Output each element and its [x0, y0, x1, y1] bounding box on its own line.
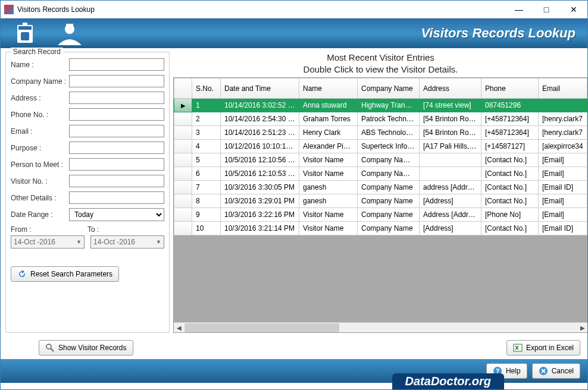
table-cell[interactable]: 10/14/2016 2:51:23 PM [221, 126, 299, 140]
table-cell[interactable]: ganesh [299, 194, 358, 208]
table-cell[interactable]: Highway Transp.... [358, 99, 420, 112]
table-cell[interactable]: [henry.clark7 [539, 112, 587, 126]
table-cell[interactable]: 10/12/2016 10:10:15 AM [221, 140, 299, 153]
scroll-thumb[interactable] [184, 323, 339, 332]
row-header[interactable] [174, 167, 192, 181]
table-cell[interactable]: Visitor Name [299, 153, 358, 167]
table-cell[interactable]: [+458712364] [481, 126, 539, 140]
table-cell[interactable]: 6 [192, 167, 221, 181]
table-cell[interactable]: 1 [192, 99, 221, 112]
minimize-button[interactable]: — [505, 1, 533, 18]
table-cell[interactable]: Company Name [358, 222, 420, 235]
table-cell[interactable]: ABS Technologie... [358, 126, 420, 140]
table-cell[interactable]: [74 street view] [420, 99, 481, 112]
row-header[interactable] [174, 112, 192, 126]
table-cell[interactable]: [Email] [539, 153, 587, 167]
table-row[interactable]: 1010/3/2016 3:21:14 PMVisitor NameCompan… [174, 222, 587, 235]
from-date-picker[interactable]: 14-Oct -2016▼ [11, 235, 85, 249]
table-row[interactable]: ▶110/14/2016 3:02:52 PMAnna stuwardHighw… [174, 99, 587, 112]
table-cell[interactable]: Address [Address] [420, 208, 481, 222]
table-cell[interactable]: Alexander Pierce [299, 140, 358, 153]
table-cell[interactable]: [Address] [420, 222, 481, 235]
table-cell[interactable]: [Address] [420, 194, 481, 208]
table-cell[interactable]: 10/5/2016 12:10:53 PM [221, 167, 299, 181]
table-cell[interactable]: Visitor Name [299, 208, 358, 222]
reset-search-button[interactable]: Reset Search Parameters [11, 266, 119, 282]
table-cell[interactable]: 7 [192, 181, 221, 194]
name-input[interactable] [69, 58, 164, 71]
table-cell[interactable]: [alexpirrce34 [539, 140, 587, 153]
table-cell[interactable]: [Phone No] [481, 208, 539, 222]
table-cell[interactable]: [A17 Pali Hills, MA] [420, 140, 481, 153]
table-row[interactable]: 310/14/2016 2:51:23 PMHenry ClarkABS Tec… [174, 126, 587, 140]
scroll-right-icon[interactable]: ▶ [577, 323, 587, 333]
table-cell[interactable]: [Contact No.] [481, 167, 539, 181]
table-row[interactable]: 710/3/2016 3:30:05 PMganeshCompany Namea… [174, 181, 587, 194]
column-header[interactable]: Company Name [358, 78, 420, 99]
table-cell[interactable] [420, 167, 481, 181]
person-input[interactable] [69, 158, 164, 171]
phone-input[interactable] [69, 108, 164, 121]
column-header[interactable]: S.No. [192, 78, 221, 99]
table-cell[interactable]: Visitor Name [299, 222, 358, 235]
table-cell[interactable]: [+458712364] [481, 112, 539, 126]
table-cell[interactable]: [54 Brinton Road... [420, 126, 481, 140]
row-header[interactable] [174, 181, 192, 194]
table-cell[interactable]: [henry.clark7 [539, 126, 587, 140]
address-input[interactable] [69, 92, 164, 104]
table-row[interactable]: 810/3/2016 3:29:01 PMganeshCompany Name[… [174, 194, 587, 208]
table-row[interactable]: 210/14/2016 2:54:30 PMGraham TorresPatro… [174, 112, 587, 126]
cancel-button[interactable]: Cancel [532, 363, 580, 379]
email-input[interactable] [69, 125, 164, 137]
table-cell[interactable]: [Contact No.] [481, 181, 539, 194]
table-cell[interactable]: Graham Torres [299, 112, 358, 126]
table-cell[interactable]: 3 [192, 126, 221, 140]
to-date-picker[interactable]: 14-Oct -2016▼ [90, 235, 164, 249]
maximize-button[interactable]: □ [533, 1, 560, 18]
row-header[interactable] [174, 222, 192, 235]
row-header[interactable]: ▶ [174, 99, 192, 112]
column-header[interactable]: Date and Time [221, 78, 299, 99]
table-cell[interactable]: Company Name [358, 208, 420, 222]
table-cell[interactable]: [54 Brinton Road... [420, 112, 481, 126]
row-header[interactable] [174, 140, 192, 153]
table-cell[interactable]: ganesh [299, 181, 358, 194]
table-cell[interactable]: Company Name [358, 194, 420, 208]
table-row[interactable]: 910/3/2016 3:22:16 PMVisitor NameCompany… [174, 208, 587, 222]
table-cell[interactable]: [Email ID] [539, 181, 587, 194]
table-cell[interactable]: [Email] [539, 194, 587, 208]
table-cell[interactable]: 10 [192, 222, 221, 235]
visitor-input[interactable] [69, 175, 164, 187]
table-cell[interactable]: 4 [192, 140, 221, 153]
table-cell[interactable]: Company Name [... [358, 153, 420, 167]
table-cell[interactable]: Visitor Name [299, 167, 358, 181]
table-cell[interactable]: 10/3/2016 3:21:14 PM [221, 222, 299, 235]
show-visitor-records-button[interactable]: Show Visitor Records [39, 340, 133, 356]
table-cell[interactable]: Henry Clark [299, 126, 358, 140]
close-button[interactable]: ✕ [560, 1, 587, 18]
results-grid[interactable]: S.No.Date and TimeNameCompany NameAddres… [174, 78, 587, 235]
table-cell[interactable]: Company Name [358, 181, 420, 194]
column-header[interactable]: Name [299, 78, 358, 99]
row-header[interactable] [174, 126, 192, 140]
scroll-left-icon[interactable]: ◀ [174, 323, 184, 333]
column-header[interactable]: Phone [481, 78, 539, 99]
table-cell[interactable]: [Email] [539, 208, 587, 222]
table-cell[interactable]: Patrock Technol... [358, 112, 420, 126]
daterange-select[interactable]: Today [69, 208, 164, 221]
table-cell[interactable]: Anna stuward [299, 99, 358, 112]
column-header[interactable]: Email [539, 78, 587, 99]
table-cell[interactable]: [Email] [539, 167, 587, 181]
table-cell[interactable]: Superteck Inform... [358, 140, 420, 153]
table-cell[interactable]: 10/3/2016 3:30:05 PM [221, 181, 299, 194]
table-cell[interactable] [539, 99, 587, 112]
table-cell[interactable]: 9 [192, 208, 221, 222]
table-cell[interactable]: 8 [192, 194, 221, 208]
table-cell[interactable]: [Contact No.] [481, 222, 539, 235]
table-cell[interactable]: 2 [192, 112, 221, 126]
table-row[interactable]: 410/12/2016 10:10:15 AMAlexander PierceS… [174, 140, 587, 153]
table-cell[interactable]: 5 [192, 153, 221, 167]
table-cell[interactable] [420, 153, 481, 167]
table-cell[interactable]: [Email ID] [539, 222, 587, 235]
row-header[interactable] [174, 208, 192, 222]
